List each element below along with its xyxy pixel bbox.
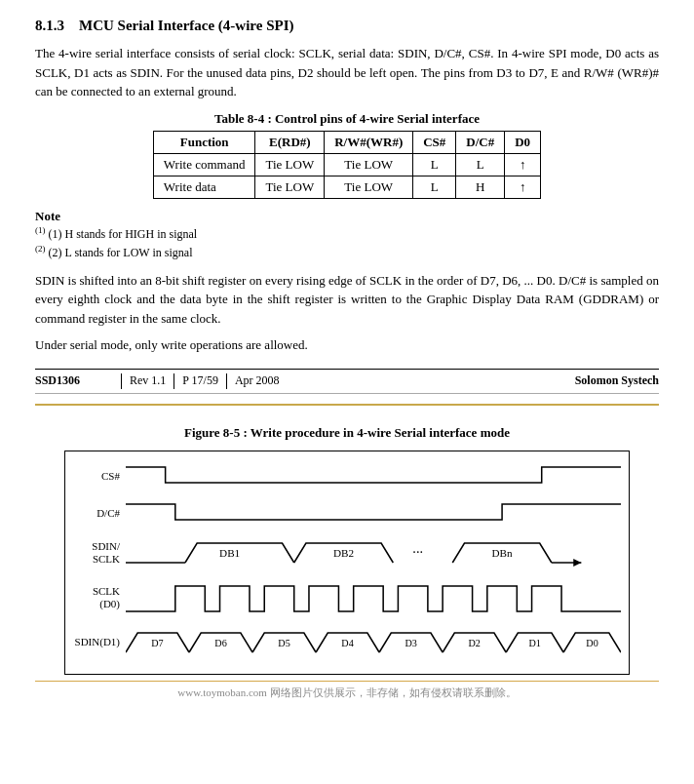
svg-text:D1: D1 [528, 638, 540, 648]
svg-text:D4: D4 [341, 638, 353, 648]
svg-text:DBn: DBn [492, 547, 514, 559]
svg-text:D0: D0 [586, 638, 598, 648]
note-item-1: (1) (1) H stands for HIGH in signal [35, 224, 659, 243]
row1-cs: L [413, 153, 456, 176]
label-dc: D/C# [73, 507, 126, 520]
waveform-row-sclk: SCLK(D0) [73, 576, 621, 619]
col-header-rw: R/W#(WR#) [325, 131, 413, 153]
wave-dc [126, 498, 621, 529]
intro-paragraph: The 4-wire serial interface consists of … [35, 44, 659, 101]
footer-model: SSD1306 [35, 373, 113, 388]
svg-text:D7: D7 [151, 638, 163, 648]
figure-caption: Figure 8-5 : Write procedure in 4-wire S… [35, 425, 659, 441]
row1-rw: Tie LOW [325, 153, 413, 176]
wave-sclk-d0 [126, 576, 621, 619]
note-title: Note [35, 209, 659, 224]
label-sdin-sclk: SDIN/SCLK [73, 540, 126, 564]
control-pins-table: Function E(RD#) R/W#(WR#) CS# D/C# D0 Wr… [153, 131, 541, 199]
body-text-2: Under serial mode, only write operations… [35, 335, 659, 355]
col-header-erd: E(RD#) [255, 131, 325, 153]
table-caption: Table 8-4 : Control pins of 4-wire Seria… [35, 111, 659, 127]
row2-cs: L [413, 176, 456, 198]
row1-dc: L [456, 153, 505, 176]
row1-d0: ↑ [505, 153, 541, 176]
label-sdin-d1: SDIN(D1) [73, 636, 126, 648]
row2-function: Write data [153, 176, 255, 198]
svg-text:···: ··· [412, 544, 423, 560]
svg-text:D3: D3 [405, 638, 416, 648]
divider [35, 404, 659, 406]
table-row: Write data Tie LOW Tie LOW L H ↑ [153, 176, 540, 198]
svg-text:D2: D2 [468, 638, 480, 648]
waveform-row-sdin-sclk: SDIN/SCLK DB1 DB2 ··· [73, 535, 621, 570]
section-title: 8.1.3 MCU Serial Interface (4-wire SPI) [35, 18, 659, 34]
svg-text:DB1: DB1 [219, 547, 240, 559]
row2-dc: H [456, 176, 505, 198]
svg-text:DB2: DB2 [333, 547, 354, 559]
wave-sdin-sclk: DB1 DB2 ··· DBn [126, 535, 621, 570]
row2-erd: Tie LOW [255, 176, 325, 198]
footer-sep3 [226, 373, 227, 389]
col-header-cs: CS# [413, 131, 456, 153]
wave-sdin-d1: D7 D6 D5 D4 D3 [126, 625, 621, 660]
watermark: www.toymoban.com 网络图片仅供展示，非存储，如有侵权请联系删除。 [35, 681, 659, 700]
waveform-row-dc: D/C# [73, 498, 621, 529]
label-sclk-d0: SCLK(D0) [73, 585, 126, 608]
wave-cs [126, 461, 621, 492]
row2-rw: Tie LOW [325, 176, 413, 198]
table-row: Write command Tie LOW Tie LOW L L ↑ [153, 153, 540, 176]
row1-erd: Tie LOW [255, 153, 325, 176]
col-header-d0: D0 [505, 131, 541, 153]
waveform-row-sdin-d1: SDIN(D1) D7 D6 D5 D4 [73, 625, 621, 660]
svg-marker-6 [573, 559, 581, 567]
row2-d0: ↑ [505, 176, 541, 198]
svg-text:D5: D5 [278, 638, 289, 648]
col-header-dc: D/C# [456, 131, 505, 153]
footer-page: P 17/59 [182, 373, 218, 388]
note-item-2: (2) (2) L stands for LOW in signal [35, 243, 659, 261]
footer-date: Apr 2008 [235, 373, 280, 388]
footer-bar: SSD1306 Rev 1.1 P 17/59 Apr 2008 Solomon… [35, 369, 659, 394]
footer-rev: Rev 1.1 [130, 373, 166, 388]
footer-sep2 [174, 373, 174, 389]
notes-section: Note (1) (1) H stands for HIGH in signal… [35, 209, 659, 261]
footer-company: Solomon Systech [575, 373, 659, 388]
footer-sep1 [121, 373, 122, 389]
label-cs: CS# [73, 470, 126, 483]
body-text-1: SDIN is shifted into an 8-bit shift regi… [35, 271, 659, 329]
svg-text:D6: D6 [214, 638, 226, 648]
waveform-row-cs: CS# [73, 461, 621, 492]
waveform-diagram: CS# D/C# [64, 451, 630, 675]
figure-section: Figure 8-5 : Write procedure in 4-wire S… [35, 425, 659, 675]
row1-function: Write command [153, 153, 255, 176]
col-header-function: Function [153, 131, 255, 153]
